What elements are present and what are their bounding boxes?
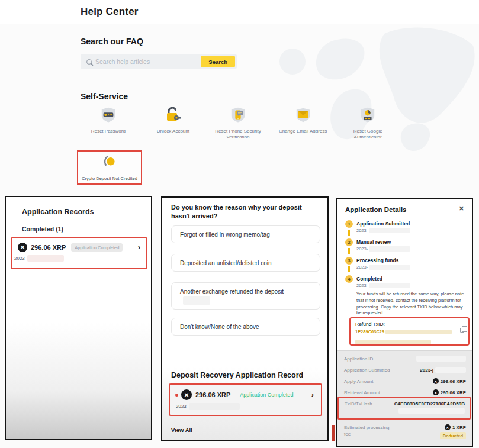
refund-note: Your funds will be returned the same way… (356, 291, 464, 317)
timeline-connector (348, 248, 350, 254)
step-number-badge: 2 (345, 238, 353, 246)
redacted-date (369, 246, 410, 252)
txid-hash-box: TxID/TxHash C4EB88D5E0FD27186EA2D59B (337, 397, 471, 420)
record-date-prefix: 2023- (176, 404, 188, 409)
field-value: 2023-| (420, 368, 433, 373)
redacted-value (398, 408, 465, 414)
self-service-heading: Self-Service (81, 92, 128, 101)
authenticator-icon (359, 105, 376, 124)
field-label: Apply Amount (344, 379, 373, 384)
phone-shield-icon (230, 105, 246, 124)
field-label: Estimated processing fee (344, 424, 393, 437)
details-title: Application Details (345, 206, 407, 213)
record-date-prefix: 2023- (14, 256, 26, 261)
xrp-coin-icon: ✕ (18, 243, 27, 252)
self-service-item-reset-password[interactable]: Reset Password (76, 105, 141, 140)
self-service-item-label: Reset Google Authenticator (339, 128, 396, 140)
record-status: Application Completed (240, 392, 293, 398)
timeline-step: 2 Manual review 2023- (345, 238, 410, 254)
self-service-item-reset-phone[interactable]: Reset Phone Security Verification (205, 105, 271, 140)
page-title: Help Center (81, 6, 139, 18)
unlock-icon (164, 105, 182, 124)
step-label: Processing funds (356, 257, 410, 264)
step-label: Manual review (356, 238, 410, 246)
timeline-connector (348, 266, 350, 272)
field-value: 295.06 XRP (441, 390, 466, 395)
self-service-item-label: Reset Password (91, 128, 126, 134)
redacted-text (183, 296, 210, 305)
search-icon (86, 59, 92, 65)
refund-txid-label: Refund TxID: (355, 321, 464, 327)
application-records-panel: Application Records Completed (1) ✕ 296.… (5, 196, 152, 440)
timeline-step: 3 Processing funds 2023- (345, 257, 410, 272)
timeline-step: 1 Application Submitted 2023- (345, 220, 410, 236)
password-shield-icon (100, 105, 117, 124)
reason-question: Do you know the reason why your deposit … (171, 203, 320, 221)
option-label: Don't know/None of the above (180, 324, 259, 330)
recovery-record-item[interactable]: ✕ 296.06 XRP Application Completed › 202… (169, 383, 322, 416)
red-annotation-mark (332, 425, 335, 441)
recovery-record-heading: Deposit Recovery Application Record (171, 371, 303, 379)
step-label: Application Submitted (356, 220, 410, 227)
self-service-row: Reset Password Unlock Account Reset Phon… (76, 105, 400, 140)
reason-option-unlisted-coin[interactable]: Deposited an unlisted/delisted coin (171, 254, 320, 272)
reason-option-dont-know[interactable]: Don't know/None of the above (171, 318, 320, 336)
refund-txid-box: Refund TxID: 1E289C63C29 (349, 317, 470, 346)
chevron-right-icon: › (311, 392, 314, 398)
xrp-coin-icon: ✕ (445, 424, 451, 430)
refund-txid-value: 1E289C63C29 (355, 329, 384, 334)
step-date-prefix: 2023- (356, 265, 368, 270)
step-number-badge: 3 (345, 257, 353, 265)
self-service-item-label: Unlock Account (157, 128, 189, 134)
field-label: Application ID (344, 356, 373, 362)
record-item[interactable]: ✕ 296.06 XRP Application Completed › 202… (11, 237, 147, 269)
redacted-date (189, 403, 240, 410)
copy-icon[interactable] (460, 328, 464, 333)
self-service-item-reset-authenticator[interactable]: Reset Google Authenticator (335, 105, 400, 140)
status-timeline: 1 Application Submitted 2023- 2 Manual r… (345, 220, 410, 291)
search-bar: Search (81, 54, 237, 69)
self-service-item-crypto-deposit-not-credited[interactable]: Crypto Deposit Not Credited (77, 150, 142, 185)
deducted-badge: Deducted (440, 432, 466, 439)
redacted-txid (385, 330, 452, 334)
search-input[interactable] (92, 58, 201, 65)
timeline-step: 4 Completed 2023- (345, 275, 410, 291)
timeline-connector (348, 230, 350, 236)
self-service-item-label: Crypto Deposit Not Credited (82, 176, 137, 181)
view-all-link[interactable]: View All (171, 427, 192, 433)
step-date-prefix: 2023- (356, 246, 368, 252)
status-badge: Application Completed (71, 243, 123, 252)
field-label: Retrieval Amount (344, 390, 380, 395)
option-label: Another exchange refunded the deposit (180, 288, 284, 295)
self-service-item-unlock-account[interactable]: Unlock Account (141, 105, 206, 140)
xrp-coin-icon: ✕ (181, 389, 192, 400)
self-service-item-change-email[interactable]: Change Email Address (271, 105, 336, 140)
reason-option-memo-tag[interactable]: Forgot or filled in wrong memo/tag (171, 225, 320, 243)
record-amount: 296.06 XRP (31, 244, 66, 251)
field-value: C4EB88D5E0FD27186EA2D59B (394, 401, 465, 407)
field-label: Application Submitted (344, 368, 390, 373)
details-fields-section: Application ID Application Submitted 202… (337, 350, 472, 446)
step-date-prefix: 2023- (356, 283, 368, 288)
field-value: 296.06 XRP (441, 379, 466, 384)
self-service-item-label: Reset Phone Security Verification (210, 128, 266, 140)
field-label: TxID/TxHash (345, 401, 372, 407)
step-date-prefix: 2023- (356, 228, 368, 233)
help-center-page: Help Center Search our FAQ Search Self-S… (0, 0, 479, 448)
field-value: 1 XRP (452, 425, 466, 430)
redacted-date (369, 265, 410, 270)
top-header: Help Center (0, 0, 479, 24)
redacted-date (27, 255, 64, 262)
close-icon[interactable]: ✕ (459, 205, 464, 212)
redacted-date (369, 228, 410, 233)
option-label: Deposited an unlisted/delisted coin (180, 260, 272, 266)
search-button[interactable]: Search (201, 56, 235, 67)
xrp-coin-icon: ✕ (433, 378, 439, 384)
step-label: Completed (356, 275, 410, 282)
option-label: Forgot or filled in wrong memo/tag (180, 231, 270, 238)
unread-dot (175, 394, 178, 397)
email-icon (295, 105, 311, 124)
self-service-item-label: Change Email Address (279, 128, 327, 134)
reason-option-exchange-refund[interactable]: Another exchange refunded the deposit (171, 282, 320, 310)
deposit-refresh-icon (102, 154, 118, 173)
